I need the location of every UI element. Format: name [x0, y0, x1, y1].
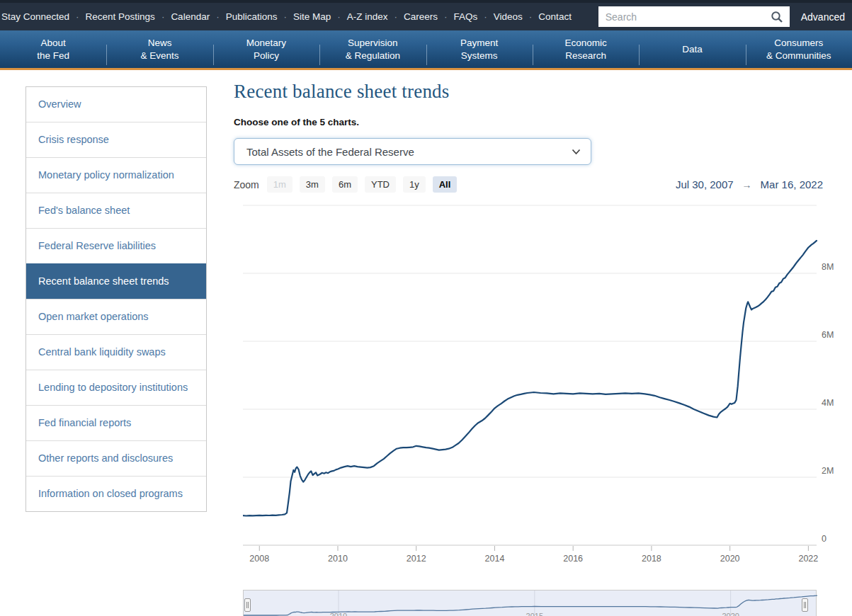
nav-item-data[interactable]: Data — [639, 30, 745, 68]
y-axis-label: 6M — [822, 330, 834, 340]
utility-separator: · — [529, 11, 533, 22]
y-axis-label: 8M — [822, 262, 834, 272]
sidebar-item-central-bank-liquidity-swaps[interactable]: Central bank liquidity swaps — [26, 334, 206, 370]
utility-links: Stay Connected·Recent Postings·Calendar·… — [1, 11, 572, 22]
advanced-search-link[interactable]: Advanced — [801, 11, 845, 23]
utility-separator: · — [337, 11, 341, 22]
navigator-axis-label: 2015 — [526, 612, 543, 616]
y-axis-label: 4M — [822, 398, 834, 408]
y-axis-label: 0 — [822, 534, 827, 544]
utility-link-a-z-index[interactable]: A-Z index — [347, 11, 388, 22]
sidebar-item-recent-balance-sheet-trends[interactable]: Recent balance sheet trends — [26, 263, 206, 299]
range-selector-row: Zoom 1m3m6mYTD1yAll Jul 30, 2007 → Mar 1… — [234, 176, 843, 193]
sidebar-item-fed-financial-reports[interactable]: Fed financial reports — [26, 405, 206, 440]
utility-link-recent-postings[interactable]: Recent Postings — [86, 11, 155, 22]
range-button-ytd[interactable]: YTD — [365, 176, 396, 193]
search-icon[interactable] — [768, 8, 785, 25]
zoom-label: Zoom — [234, 179, 259, 190]
range-button-3m[interactable]: 3m — [300, 176, 325, 193]
utility-link-videos[interactable]: Videos — [494, 11, 523, 22]
utility-link-publications[interactable]: Publications — [226, 11, 278, 22]
main-nav: About the FedNews & EventsMonetary Polic… — [0, 30, 852, 70]
navigator-right-handle[interactable] — [802, 598, 808, 612]
sidebar-item-federal-reserve-liabilities[interactable]: Federal Reserve liabilities — [26, 228, 206, 263]
utility-separator: · — [283, 11, 287, 22]
date-from-input[interactable]: Jul 30, 2007 — [676, 178, 734, 190]
sidebar-item-overview[interactable]: Overview — [26, 87, 206, 122]
x-axis-label: 2022 — [798, 554, 818, 564]
sidebar-item-lending-to-depository-institutions[interactable]: Lending to depository institutions — [26, 370, 206, 405]
utility-link-stay-connected[interactable]: Stay Connected — [1, 11, 69, 22]
main-content: Recent balance sheet trends Choose one o… — [234, 78, 852, 193]
navigator-axis-label: 2020 — [722, 612, 739, 616]
sidebar-item-information-on-closed-programs[interactable]: Information on closed programs — [26, 476, 206, 511]
nav-item-about-the-fed[interactable]: About the Fed — [0, 30, 106, 68]
chart-navigator[interactable]: 201020152020 — [243, 590, 817, 616]
x-axis-label: 2010 — [328, 554, 348, 564]
utility-separator: · — [76, 11, 79, 22]
x-axis-label: 2020 — [720, 554, 740, 564]
search-input[interactable] — [598, 6, 768, 27]
x-axis-label: 2008 — [249, 554, 269, 564]
sidebar-item-other-reports-and-disclosures[interactable]: Other reports and disclosures — [26, 440, 206, 476]
utility-link-contact[interactable]: Contact — [538, 11, 572, 22]
nav-item-supervision-regulation[interactable]: Supervision & Regulation — [319, 30, 426, 68]
page-title: Recent balance sheet trends — [234, 81, 852, 103]
search-box[interactable] — [598, 6, 790, 27]
nav-item-monetary-policy[interactable]: Monetary Policy — [213, 30, 319, 68]
utility-link-faqs[interactable]: FAQs — [454, 11, 478, 22]
sidebar-menu: OverviewCrisis responseMonetary policy n… — [25, 86, 207, 512]
range-buttons: 1m3m6mYTD1yAll — [267, 176, 458, 193]
chart-instruction: Choose one of the 5 charts. — [234, 117, 852, 127]
range-button-1m: 1m — [267, 176, 292, 193]
x-axis-label: 2014 — [485, 554, 505, 564]
sidebar-item-monetary-policy-normalization[interactable]: Monetary policy normalization — [26, 157, 206, 193]
utility-separator: · — [484, 11, 487, 22]
sidebar-item-crisis-response[interactable]: Crisis response — [26, 122, 206, 157]
utility-separator: · — [216, 11, 220, 22]
x-axis-label: 2016 — [563, 554, 583, 564]
range-button-1y[interactable]: 1y — [403, 176, 426, 193]
range-button-all[interactable]: All — [433, 176, 458, 193]
navigator-mini-chart: 201020152020 — [244, 591, 817, 616]
nav-item-consumers-communities[interactable]: Consumers & Communities — [746, 30, 852, 68]
utility-separator: · — [444, 11, 448, 22]
utility-separator: · — [394, 11, 398, 22]
sidebar-item-fed-s-balance-sheet[interactable]: Fed's balance sheet — [26, 193, 206, 228]
x-axis-label: 2012 — [407, 554, 426, 564]
nav-item-news-events[interactable]: News & Events — [106, 30, 212, 68]
nav-item-economic-research[interactable]: Economic Research — [533, 30, 639, 68]
range-button-6m[interactable]: 6m — [332, 176, 358, 193]
sidebar-item-open-market-operations[interactable]: Open market operations — [26, 299, 206, 334]
nav-item-payment-systems[interactable]: Payment Systems — [426, 30, 533, 68]
y-axis-label: 2M — [822, 466, 834, 476]
date-range: Jul 30, 2007 → Mar 16, 2022 — [676, 178, 823, 190]
chevron-down-icon — [572, 145, 581, 158]
series-line — [243, 241, 817, 516]
chart-plot-area[interactable]: 02M4M6M8M2008201020122014201620182020202… — [243, 202, 845, 566]
date-to-input[interactable]: Mar 16, 2022 — [761, 178, 823, 190]
arrow-right-icon: → — [742, 179, 752, 190]
utility-link-site-map[interactable]: Site Map — [293, 11, 331, 22]
chart-select-value: Total Assets of the Federal Reserve — [246, 146, 572, 158]
utility-link-calendar[interactable]: Calendar — [171, 11, 210, 22]
utility-separator: · — [161, 11, 165, 22]
search-area: Advanced — [598, 6, 845, 27]
utility-link-careers[interactable]: Careers — [404, 11, 438, 22]
navigator-left-handle[interactable] — [244, 598, 251, 612]
x-axis-label: 2018 — [642, 554, 661, 564]
chart-select[interactable]: Total Assets of the Federal Reserve — [234, 138, 591, 165]
utility-bar: Stay Connected·Recent Postings·Calendar·… — [0, 0, 852, 30]
